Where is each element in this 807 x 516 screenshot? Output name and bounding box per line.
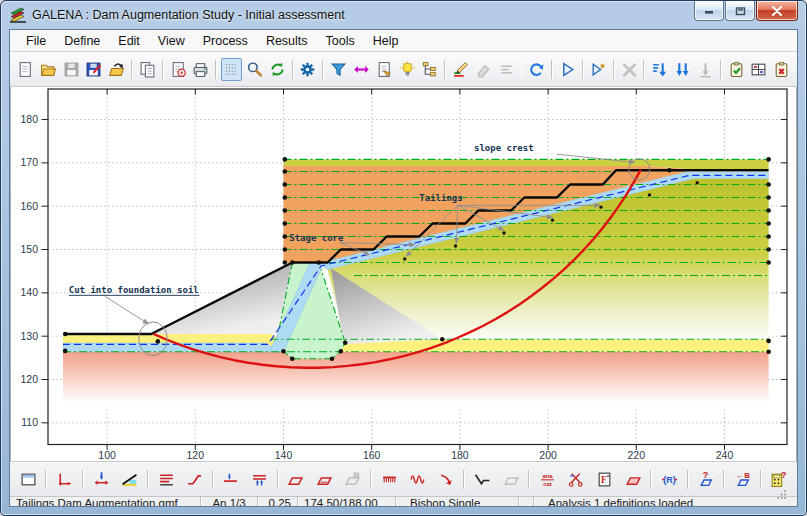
zoom-magnifier-icon[interactable] (244, 58, 265, 81)
redo-icon[interactable] (526, 58, 547, 81)
svg-text:Stage core: Stage core (289, 233, 344, 243)
run-all-icon[interactable] (588, 58, 609, 81)
menu-item-view[interactable]: View (149, 32, 194, 50)
piezo-lines-icon[interactable] (247, 468, 271, 491)
run-analysis-icon[interactable] (557, 58, 578, 81)
svg-text:100: 100 (98, 449, 116, 461)
filter-funnel-icon[interactable] (328, 58, 349, 81)
cross-section-plot[interactable]: Cut into foundation soilStage coreTailin… (11, 87, 798, 461)
material-region-icon[interactable] (284, 468, 308, 491)
resize-grip[interactable] (777, 489, 787, 499)
toolbar-separator (613, 60, 615, 79)
svg-text:120: 120 (20, 373, 38, 385)
print-icon[interactable] (190, 58, 211, 81)
svg-text:slope crest: slope crest (474, 143, 534, 153)
earthquake-icon[interactable] (406, 468, 430, 491)
menu-bar: FileDefineEditViewProcessResultsToolsHel… (10, 30, 797, 52)
svg-text:?: ? (781, 471, 787, 480)
distributed-load-icon[interactable] (377, 468, 401, 491)
expand-horizontal-icon[interactable] (351, 58, 372, 81)
menu-item-tools[interactable]: Tools (317, 32, 364, 50)
edit-pen-icon[interactable] (450, 58, 471, 81)
cut-surfaces-icon[interactable] (564, 468, 588, 491)
calculate-query-icon[interactable]: ? (767, 468, 791, 491)
svg-text:?: ? (703, 471, 709, 480)
window-limits-icon[interactable] (16, 468, 40, 491)
tree-view-icon[interactable] (419, 58, 440, 81)
region-grey-icon (499, 468, 523, 491)
region-foundation-aquifer (63, 343, 281, 352)
svg-text:140: 140 (20, 286, 38, 298)
grid-toggle-icon[interactable] (221, 58, 242, 81)
status-panel-6: Analysis 1 definitions loaded (534, 497, 797, 507)
material-region2-icon[interactable] (312, 468, 336, 491)
results-table-icon[interactable] (748, 58, 769, 81)
region-fill-icon[interactable] (621, 468, 645, 491)
close-button[interactable] (756, 1, 798, 21)
menu-item-edit[interactable]: Edit (109, 32, 149, 50)
restraints-icon[interactable]: (R) (657, 468, 681, 491)
menu-item-file[interactable]: File (17, 32, 55, 50)
print-preview-icon[interactable] (168, 58, 189, 81)
surface-arrows-icon[interactable] (89, 468, 113, 491)
save-as-icon[interactable] (83, 58, 104, 81)
settings-gear-icon[interactable] (298, 58, 319, 81)
menu-item-help[interactable]: Help (364, 32, 408, 50)
analysis-catalog-icon[interactable]: anacat (535, 468, 559, 491)
surface-define-icon[interactable] (470, 468, 494, 491)
toolbar-separator (277, 470, 279, 489)
save-icon (61, 58, 82, 81)
status-panel-1: An 1/3 (201, 497, 258, 507)
svg-text:160: 160 (20, 200, 38, 212)
toolbar-separator (444, 60, 446, 79)
toolbar-separator (131, 60, 133, 79)
status-panel-0: Tailings Dam Augmentation.gmf (10, 497, 201, 507)
sort-lines-down-icon[interactable] (649, 58, 670, 81)
slope-water-icon[interactable] (117, 468, 141, 491)
status-panel-3: 174.50/188.00 (298, 497, 396, 507)
results-ok-icon[interactable] (726, 58, 747, 81)
status-text-4: Bishop Single (410, 497, 480, 507)
app-icon (9, 7, 27, 23)
hint-bulb-icon[interactable] (397, 58, 418, 81)
toolbar-separator (463, 470, 465, 489)
minimize-button[interactable] (694, 1, 724, 21)
page-properties-icon[interactable] (374, 58, 395, 81)
restore-button[interactable] (725, 1, 755, 21)
toolbar-separator (162, 60, 164, 79)
toolbar-separator (45, 470, 47, 489)
define-toolbar: anacatF(R)?←B? (10, 461, 797, 496)
factor-box-icon[interactable]: F (592, 468, 616, 491)
copy-icon[interactable] (137, 58, 158, 81)
toolbar-separator (720, 60, 722, 79)
toolbar-separator (292, 60, 294, 79)
query-region-icon[interactable]: ? (694, 468, 718, 491)
menu-item-results[interactable]: Results (257, 32, 317, 50)
sort-arrows-down-icon[interactable] (672, 58, 693, 81)
open-folder-icon[interactable] (38, 58, 59, 81)
slip-direction-icon[interactable] (434, 468, 458, 491)
step-line-icon[interactable] (182, 468, 206, 491)
toolbar-separator (215, 60, 217, 79)
chart-area[interactable]: Cut into foundation soilStage coreTailin… (10, 87, 797, 461)
phreatic-line-icon[interactable] (219, 468, 243, 491)
results-failed-icon[interactable] (771, 58, 792, 81)
svg-text:220: 220 (628, 449, 646, 461)
axes-icon[interactable] (52, 468, 76, 491)
back-analysis-icon[interactable]: ←B (730, 468, 754, 491)
app-window: GALENA : Dam Augmentation Study - Initia… (0, 0, 807, 516)
toolbar-separator (551, 60, 553, 79)
refresh-icon[interactable] (267, 58, 288, 81)
window-title: GALENA : Dam Augmentation Study - Initia… (32, 8, 345, 22)
title-bar[interactable]: GALENA : Dam Augmentation Study - Initia… (1, 1, 806, 28)
material-lines-icon[interactable] (154, 468, 178, 491)
toolbar-separator (370, 470, 372, 489)
menu-item-define[interactable]: Define (55, 32, 109, 50)
menu-item-process[interactable]: Process (194, 32, 257, 50)
import-folder-icon[interactable] (106, 58, 127, 81)
erase-icon (473, 58, 494, 81)
status-text-3: 174.50/188.00 (304, 497, 378, 507)
new-file-icon[interactable] (15, 58, 36, 81)
toolbar-separator (82, 470, 84, 489)
toolbar-separator (650, 470, 652, 489)
